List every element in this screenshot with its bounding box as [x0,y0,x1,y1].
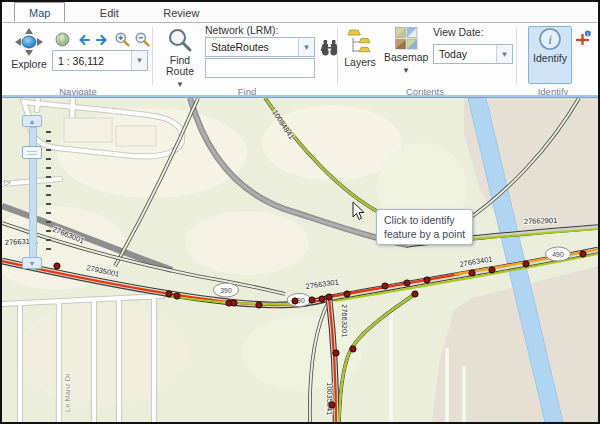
zoom-slider-plus-button[interactable]: ▲ [22,115,42,127]
route-event-marker[interactable] [231,300,237,306]
identify-label: Identify [529,53,571,64]
tab-map[interactable]: Map [14,2,65,22]
route-event-marker[interactable] [382,283,388,289]
tab-edit[interactable]: Edit [86,3,133,23]
route-event-marker[interactable] [54,263,60,269]
route-label: 10035841 [325,382,334,415]
basemap-label: Basemap [384,52,428,63]
chevron-down-icon[interactable]: ▼ [131,51,147,70]
route-shield-490-west: 490 [287,294,311,307]
svg-text:i: i [548,32,552,47]
zoom-slider-handle[interactable] [22,146,42,159]
network-lrm-label: Network (LRM): [205,24,279,36]
identify-route-icon[interactable]: i [574,29,592,47]
svg-text:490: 490 [552,251,564,258]
zoom-in-icon[interactable] [113,30,131,48]
zoom-slider-ticks [46,131,51,252]
network-lrm-combo[interactable]: StateRoutes ▼ [205,37,315,57]
chevron-down-icon[interactable]: ▼ [298,38,314,56]
identify-tooltip-line-1: Click to identify [384,213,465,227]
svg-text:390: 390 [220,287,232,294]
view-date-value: Today [434,48,496,60]
view-date-combo[interactable]: Today ▼ [433,44,513,64]
basemap-button[interactable]: Basemap ▼ [383,26,429,92]
find-route-label-2: Route [160,66,200,77]
route-event-marker[interactable] [489,267,495,273]
route-event-marker[interactable] [580,251,586,257]
identify-button[interactable]: i Identify [528,26,572,84]
route-event-marker[interactable] [256,302,262,308]
tab-review[interactable]: Review [149,3,213,23]
route-event-marker[interactable] [424,277,430,283]
street-label: Le Manz Dr [63,373,72,412]
route-event-marker[interactable] [329,402,335,408]
route-event-marker[interactable] [344,291,350,297]
previous-extent-arrow-icon[interactable] [74,31,91,47]
route-event-marker[interactable] [309,297,315,303]
layers-button[interactable]: Layers [340,26,380,84]
network-lrm-value: StateRoutes [206,41,298,53]
route-event-marker[interactable] [469,270,475,276]
map-canvas[interactable]: 390 490 490 27663001 27663101 27935001 2… [2,98,598,422]
identify-tooltip-line-2: feature by a point [384,227,465,241]
chevron-down-icon: ▼ [176,80,184,89]
layers-label: Layers [341,57,379,68]
route-event-marker[interactable] [404,280,410,286]
explore-button[interactable]: Explore [6,26,52,84]
next-extent-arrow-icon[interactable] [94,31,111,47]
tab-bar: Map Edit Review [2,2,598,23]
route-input[interactable] [205,58,315,78]
route-event-marker[interactable] [319,296,325,302]
route-shield-390: 390 [214,283,239,297]
map-viewport[interactable]: 390 490 490 27663001 27663101 27935001 2… [2,98,598,422]
route-event-marker[interactable] [412,291,418,297]
route-event-marker[interactable] [166,291,172,297]
route-event-marker[interactable] [326,294,332,300]
route-event-marker[interactable] [174,293,180,299]
binoculars-icon[interactable] [319,38,339,56]
view-date-label: View Date: [433,26,484,38]
app-window: Map Edit Review [0,0,600,424]
zoom-out-icon[interactable] [133,30,151,48]
route-event-marker[interactable] [523,261,529,267]
map-scale-value: 1 : 36,112 [53,55,131,67]
chevron-down-icon: ▼ [402,66,410,75]
chevron-down-icon[interactable]: ▼ [496,45,512,63]
ribbon-body: Explore [2,23,598,95]
route-event-marker[interactable] [333,350,339,356]
route-label: 27663201 [340,304,349,337]
find-route-button[interactable]: Find Route ▼ [159,26,201,92]
map-scale-combo[interactable]: 1 : 36,112 ▼ [52,50,148,71]
explore-label: Explore [7,59,51,70]
zoom-slider-minus-button[interactable]: ▼ [22,257,42,269]
route-event-marker[interactable] [350,346,356,352]
full-extent-globe-icon[interactable] [54,31,70,47]
route-label: 27662901 [524,216,558,226]
route-shield-490-east: 490 [546,247,571,261]
route-event-marker[interactable] [292,298,298,304]
identify-tooltip: Click to identify feature by a point [376,209,473,245]
ribbon: Map Edit Review [2,2,598,98]
